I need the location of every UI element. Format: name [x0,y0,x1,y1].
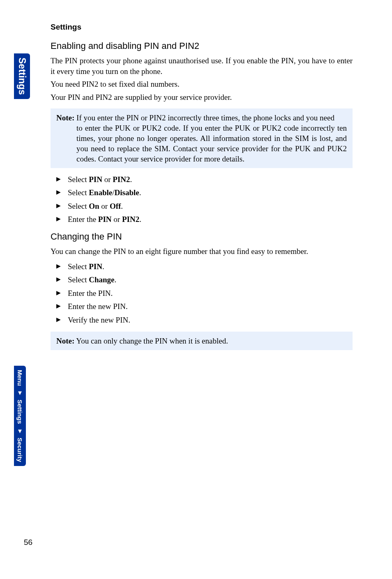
t: On [89,202,99,210]
t: or [112,215,122,224]
t: . [139,188,141,197]
t: Enter the [68,215,98,224]
paragraph: You can change the PIN to an eight figur… [51,246,353,257]
page-number: 56 [24,538,32,547]
t: Off [110,202,121,210]
t: PIN [89,175,102,184]
page-title: Settings [51,23,353,32]
chevron-down-icon: ▼ [16,427,23,434]
note-box: Note: If you enter the PIN or PIN2 incor… [51,108,353,168]
t: Select [68,175,89,184]
list-item: Select PIN or PIN2. [56,174,353,186]
list-item: Enter the new PIN. [56,301,353,313]
paragraph: Your PIN and PIN2 are supplied by your s… [51,92,353,103]
list-item: Select PIN. [56,261,353,273]
note-text: You can only change the PIN when it is e… [74,337,228,345]
heading-enable-pin: Enabling and disabling PIN and PIN2 [51,41,353,51]
note-label: Note: [56,337,74,345]
t: . [114,275,116,284]
t: Change [89,275,114,284]
note-text: If you enter the PIN or PIN2 incorrectly… [74,113,334,122]
list-item: Verify the new PIN. [56,314,353,326]
step-list: Select PIN. Select Change. Enter the PIN… [51,261,353,326]
list-item: Enter the PIN. [56,288,353,300]
step-list: Select PIN or PIN2. Select Enable/Disabl… [51,174,353,226]
page-content: Settings Enabling and disabling PIN and … [51,23,353,356]
sidebar-breadcrumb: Menu ▼ Settings ▼ Security [14,366,26,466]
list-item: Select Change. [56,274,353,286]
note-box: Note: You can only change the PIN when i… [51,332,353,350]
t: PIN [98,215,112,224]
t: PIN2 [113,175,130,184]
crumb-menu: Menu [16,370,23,386]
paragraph: You need PIN2 to set fixed dial numbers. [51,79,353,90]
crumb-settings: Settings [16,400,23,424]
t: . [139,215,141,224]
note-label: Note: [56,113,74,122]
t: Enable [89,188,112,197]
list-item: Select On or Off. [56,201,353,212]
t: Select [68,188,89,197]
sidebar-tab-settings: Settings [14,53,30,99]
chevron-down-icon: ▼ [16,389,23,396]
heading-change-pin: Changing the PIN [51,231,353,242]
t: Disable [115,188,139,197]
list-item: Select Enable/Disable. [56,187,353,199]
t: or [102,175,113,184]
crumb-security: Security [16,438,23,462]
list-item: Enter the PIN or PIN2. [56,214,353,226]
t: Select [68,275,89,284]
t: . [130,175,132,184]
t: or [99,202,110,210]
t: PIN [89,262,102,271]
t: . [102,262,104,271]
t: Select [68,202,89,210]
note-text: to enter the PUK or PUK2 code. If you en… [76,123,347,164]
t: . [121,202,123,210]
t: PIN2 [122,215,139,224]
t: Select [68,262,89,271]
paragraph: The PIN protects your phone against unau… [51,55,353,76]
